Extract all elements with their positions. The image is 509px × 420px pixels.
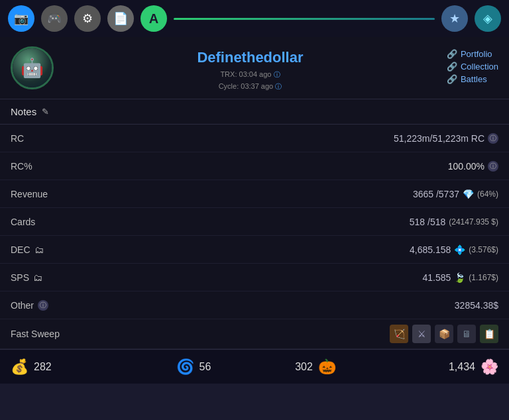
pumpkin-icon: 🎃 [318, 358, 336, 376]
sweep-icon-clipboard[interactable]: 📋 [480, 325, 498, 343]
rc-label: RC [11, 133, 24, 144]
sps-wallet-icon[interactable]: 🗂 [33, 272, 42, 283]
other-info-icon[interactable]: ⓘ [38, 300, 48, 311]
dec-value: 4,685.158 💠 (3.576$) [410, 244, 498, 255]
rc-percent-value: 100.00% ⓘ [448, 161, 498, 172]
swirl-stat: 🌀 56 [133, 358, 254, 376]
revenue-label: Revenue [11, 189, 48, 199]
pumpkin-stat: 302 🎃 [254, 358, 376, 376]
cycle-time: 03:37 ago [241, 82, 273, 90]
battles-link[interactable]: 🔗 Battles [447, 74, 487, 84]
flower-stat: 1,434 🌸 [376, 358, 498, 376]
rc-percent-label: RC% [11, 161, 32, 172]
link-chain-icon-2: 🔗 [447, 62, 457, 72]
cycle-info-icon[interactable]: ⓘ [275, 83, 282, 90]
rc-percent-row: RC% 100.00% ⓘ [0, 152, 509, 180]
profile-center: Definethedollar TRX: 03:04 ago ⓘ Cycle: … [67, 46, 433, 92]
fast-sweep-row: Fast Sweep 🏹 ⚔ 📦 🖥 📋 [0, 319, 509, 349]
link-chain-icon: 🔗 [447, 49, 457, 59]
profile-links: 🔗 Portfolio 🔗 Collection 🔗 Battles [447, 46, 498, 84]
sps-value: 41.585 🍃 (1.167$) [422, 272, 498, 283]
notes-section: Notes ✎ [0, 99, 509, 125]
leaf-icon: 🍃 [454, 272, 465, 283]
gold-stat: 💰 282 [11, 358, 133, 376]
top-navigation: 📷 🎮 ⚙ 📄 A ★ ◈ [0, 0, 509, 37]
profile-meta: TRX: 03:04 ago ⓘ Cycle: 03:37 ago ⓘ [219, 69, 282, 92]
sweep-icon-sword[interactable]: ⚔ [412, 325, 431, 343]
bottom-bar: 💰 282 🌀 56 302 🎃 1,434 🌸 [0, 349, 509, 384]
rc-row: RC 51,223m/51,223m RC ⓘ [0, 125, 509, 152]
document-icon[interactable]: 📄 [107, 5, 134, 32]
revenue-row: Revenue 3665 /5737 💎 (64%) [0, 180, 509, 208]
profile-section: 🤖 Definethedollar TRX: 03:04 ago ⓘ Cycle… [0, 37, 509, 99]
flower-icon: 🌸 [481, 358, 498, 376]
rc-value: 51,223m/51,223m RC ⓘ [394, 133, 498, 144]
gem-purple-icon: 💎 [463, 189, 474, 199]
swirl-icon: 🌀 [176, 358, 194, 376]
other-value: 32854.38$ [455, 300, 498, 311]
flower-value: 1,434 [449, 361, 475, 373]
star-icon[interactable]: ★ [441, 5, 468, 32]
swirl-value: 56 [199, 361, 211, 373]
settings-icon[interactable]: ⚙ [74, 5, 101, 32]
avatar-face: 🤖 [21, 57, 44, 79]
fast-sweep-label: Fast Sweep [11, 329, 60, 339]
trx-time: 03:04 ago [239, 70, 272, 78]
dec-wallet-icon[interactable]: 🗂 [34, 244, 44, 255]
sweep-icon-box[interactable]: 📦 [435, 325, 453, 343]
cards-value: 518 /518 (24147.935 $) [410, 217, 498, 227]
camera-icon[interactable]: 📷 [8, 5, 34, 32]
gem-blue-icon: 💠 [454, 244, 465, 255]
rc-info-icon[interactable]: ⓘ [488, 133, 498, 144]
collection-link[interactable]: 🔗 Collection [447, 62, 498, 72]
sweep-icon-arrow[interactable]: 🏹 [390, 325, 408, 343]
cards-row: Cards 518 /518 (24147.935 $) [0, 208, 509, 236]
revenue-value: 3665 /5737 💎 (64%) [413, 189, 498, 199]
dec-row: DEC 🗂 4,685.158 💠 (3.576$) [0, 236, 509, 264]
avatar: 🤖 [11, 46, 54, 89]
nav-progress-bar [174, 18, 435, 20]
sps-label: SPS 🗂 [11, 272, 42, 283]
portfolio-link[interactable]: 🔗 Portfolio [447, 49, 492, 59]
profile-name: Definethedollar [197, 49, 303, 66]
cards-label: Cards [11, 217, 35, 227]
gamepad-icon[interactable]: 🎮 [41, 5, 68, 32]
gold-value: 282 [34, 361, 52, 373]
gold-bag-icon: 💰 [11, 358, 28, 376]
stats-container: RC 51,223m/51,223m RC ⓘ RC% 100.00% ⓘ Re… [0, 125, 509, 349]
rc-percent-info-icon[interactable]: ⓘ [488, 161, 498, 172]
other-label: Other ⓘ [11, 300, 48, 311]
edit-icon[interactable]: ✎ [42, 107, 49, 117]
other-row: Other ⓘ 32854.38$ [0, 291, 509, 319]
sweep-icon-monitor[interactable]: 🖥 [457, 325, 476, 343]
trx-info-icon[interactable]: ⓘ [274, 71, 280, 78]
logo-icon[interactable]: A [141, 5, 167, 32]
sweep-icons-container: 🏹 ⚔ 📦 🖥 📋 [390, 325, 498, 343]
cycle-label: Cycle: [219, 82, 241, 90]
wallet-nav-icon[interactable]: ◈ [475, 5, 501, 32]
sps-row: SPS 🗂 41.585 🍃 (1.167$) [0, 264, 509, 291]
link-chain-icon-3: 🔗 [447, 74, 457, 84]
trx-label: TRX: [220, 70, 239, 78]
pumpkin-count: 302 [295, 361, 313, 373]
dec-label: DEC 🗂 [11, 244, 44, 255]
notes-label: Notes [11, 106, 36, 117]
